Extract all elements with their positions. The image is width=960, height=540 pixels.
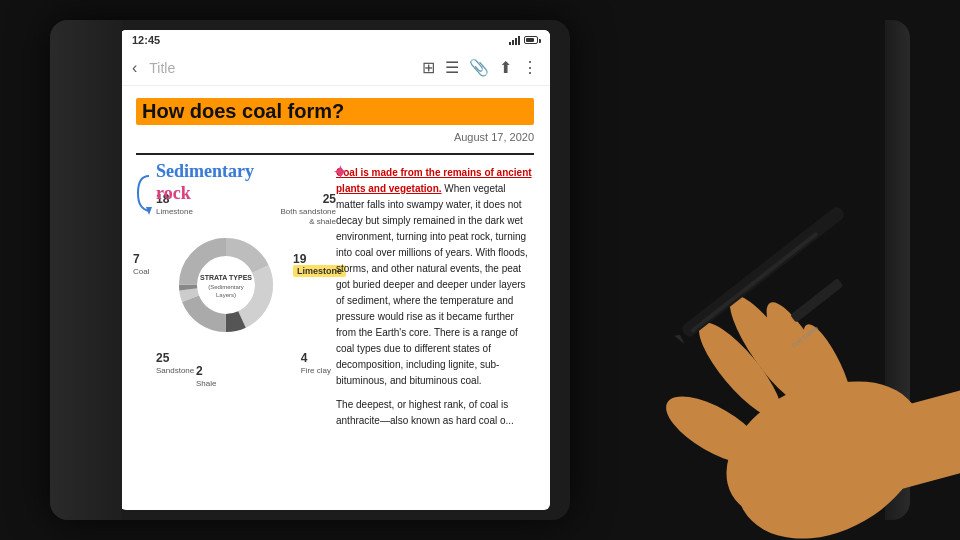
- bracket-arrow-icon: [134, 171, 154, 216]
- scene: 12:45 ‹ Title ⊞ ☰ 📎 ⬆: [0, 0, 960, 540]
- svg-point-15: [718, 286, 822, 413]
- svg-point-18: [656, 383, 773, 476]
- view-toggle-icon[interactable]: ⊞: [422, 58, 435, 77]
- device-right-bezel: [885, 20, 910, 520]
- donut-chart-container: 18 Limestone 25 Both sandstone& shale 7 …: [136, 220, 316, 350]
- signal-icon: [509, 35, 520, 45]
- highlighted-text: Coal is made from the remains of ancient…: [336, 167, 532, 194]
- svg-marker-22: [674, 333, 686, 346]
- article-text-panel: ✦ Coal is made from the remains of ancie…: [328, 165, 534, 498]
- document-title[interactable]: Title: [149, 60, 414, 76]
- article-date: August 17, 2020: [136, 131, 534, 143]
- svg-rect-24: [790, 278, 843, 323]
- legend-coal-7: 7 Coal: [133, 252, 149, 276]
- article-content: How does coal form? August 17, 2020 Sedi…: [120, 86, 550, 510]
- svg-rect-23: [690, 231, 819, 333]
- battery-icon: [524, 36, 538, 44]
- donut-wrapper: 18 Limestone 25 Both sandstone& shale 7 …: [161, 220, 291, 350]
- article-title: How does coal form?: [136, 98, 534, 125]
- toolbar-icons: ⊞ ☰ 📎 ⬆ ⋮: [422, 58, 538, 77]
- device-screen: 12:45 ‹ Title ⊞ ☰ 📎 ⬆: [120, 30, 550, 510]
- handwriting-label: Sedimentary rock: [156, 161, 254, 204]
- more-icon[interactable]: ⋮: [522, 58, 538, 77]
- share-icon[interactable]: ⬆: [499, 58, 512, 77]
- infographic-panel: Sedimentary rock 18 Limestone: [136, 165, 316, 498]
- legend-fireclay-4: 4 Fire clay: [301, 351, 331, 375]
- list-icon[interactable]: ☰: [445, 58, 459, 77]
- attach-icon[interactable]: 📎: [469, 58, 489, 77]
- svg-point-16: [755, 295, 844, 416]
- svg-rect-21: [680, 205, 846, 339]
- svg-point-13: [708, 349, 951, 540]
- handwriting-line1: Sedimentary rock: [156, 161, 254, 204]
- status-bar: 12:45: [120, 30, 550, 50]
- device-cover-left: [50, 20, 122, 520]
- legend-shale-2: 2 Shale: [196, 364, 216, 388]
- svg-text:Fold Edition: Fold Edition: [791, 325, 820, 349]
- svg-text:(Sedimentary: (Sedimentary: [208, 284, 244, 290]
- separator: [136, 153, 534, 155]
- text-with-annotation: ✦ Coal is made from the remains of ancie…: [328, 165, 534, 429]
- back-button[interactable]: ‹: [132, 59, 137, 77]
- svg-point-14: [688, 312, 793, 427]
- status-time: 12:45: [132, 34, 160, 46]
- toolbar: ‹ Title ⊞ ☰ 📎 ⬆ ⋮: [120, 50, 550, 86]
- svg-text:STRATA TYPES: STRATA TYPES: [200, 274, 252, 281]
- legend-sandstone-25b: 25 Sandstone: [156, 351, 194, 375]
- article-body-text: Coal is made from the remains of ancient…: [336, 165, 534, 389]
- status-icons: [509, 35, 538, 45]
- content-body: Sedimentary rock 18 Limestone: [136, 165, 534, 498]
- svg-text:Layers): Layers): [216, 292, 236, 298]
- star-annotation-icon: ✦: [332, 165, 349, 188]
- svg-point-17: [794, 319, 862, 421]
- article-body-text-2: The deepest, or highest rank, of coal is…: [336, 397, 534, 429]
- donut-svg: STRATA TYPES (Sedimentary Layers): [171, 230, 281, 340]
